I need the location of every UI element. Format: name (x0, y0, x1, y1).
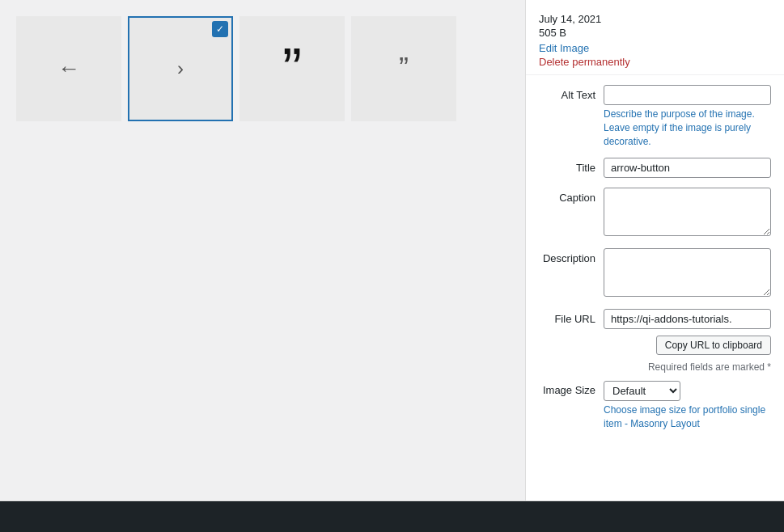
description-label: Description (539, 248, 604, 264)
media-item-arrow-left[interactable]: ← (16, 16, 121, 121)
chevron-right-icon: › (177, 57, 184, 80)
quote-large-icon: ” (282, 40, 302, 98)
description-field-row: Description (539, 248, 771, 299)
image-size-wrap: Default Thumbnail Medium Large Full Choo… (604, 381, 771, 431)
arrow-left-icon: ← (57, 56, 80, 82)
details-fields: Alt Text Describe the purpose of the ima… (526, 75, 784, 447)
quote-small-icon: ” (399, 52, 409, 86)
image-size-hint: Choose image size for portfolio single i… (604, 403, 771, 431)
description-input[interactable] (604, 248, 771, 297)
caption-input[interactable] (604, 188, 771, 236)
alt-text-field-row: Alt Text Describe the purpose of the ima… (539, 85, 771, 148)
caption-field-row: Caption (539, 188, 771, 239)
caption-label: Caption (539, 188, 604, 204)
bottom-bar (0, 501, 784, 532)
media-panel: ← ✓ › ” ” (0, 0, 525, 500)
image-size-row: Image Size Default Thumbnail Medium Larg… (539, 381, 771, 431)
file-url-row: File URL (539, 309, 771, 329)
caption-wrap (604, 188, 771, 239)
details-panel: July 14, 2021 505 B Edit Image Delete pe… (525, 0, 784, 500)
title-label: Title (539, 158, 604, 174)
media-item-chevron-right[interactable]: ✓ › (128, 16, 233, 121)
alt-text-input[interactable] (604, 85, 771, 105)
image-size-label: Image Size (539, 381, 604, 396)
alt-text-label: Alt Text (539, 85, 604, 101)
title-field-row: Title (539, 158, 771, 178)
copy-url-row: Copy URL to clipboard (612, 336, 771, 355)
media-item-quote-small[interactable]: ” (351, 16, 456, 121)
media-grid: ← ✓ › ” ” (16, 16, 456, 121)
alt-text-hint: Describe the purpose of the image. Leave… (604, 108, 771, 148)
media-item-quote-large[interactable]: ” (239, 16, 345, 121)
details-meta: July 14, 2021 505 B Edit Image Delete pe… (526, 0, 784, 75)
edit-image-link[interactable]: Edit Image (539, 42, 771, 54)
file-size: 505 B (539, 27, 771, 39)
file-date: July 14, 2021 (539, 13, 771, 25)
required-note: Required fields are marked * (539, 361, 771, 373)
image-size-select[interactable]: Default Thumbnail Medium Large Full (604, 381, 680, 401)
description-wrap (604, 248, 771, 299)
file-url-label: File URL (539, 313, 604, 325)
alt-text-wrap: Describe the purpose of the image. Leave… (604, 85, 771, 148)
copy-url-button[interactable]: Copy URL to clipboard (656, 336, 771, 355)
title-input[interactable] (604, 158, 771, 178)
title-wrap (604, 158, 771, 178)
delete-permanently-link[interactable]: Delete permanently (539, 56, 630, 68)
file-url-input[interactable] (604, 309, 771, 329)
selected-checkmark: ✓ (212, 21, 228, 37)
